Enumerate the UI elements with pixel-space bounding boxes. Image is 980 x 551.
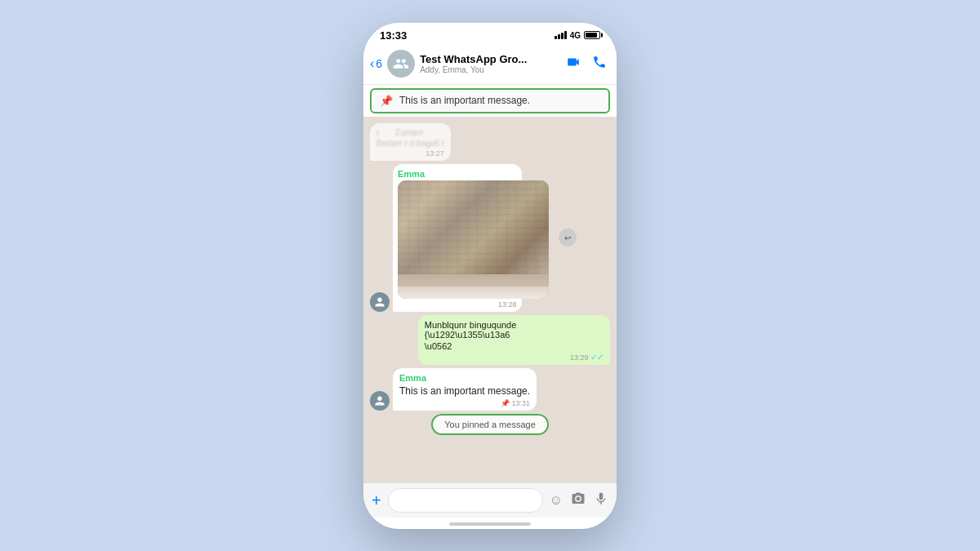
add-attachment-icon[interactable]: +	[372, 492, 381, 509]
video-call-icon[interactable]	[566, 55, 581, 73]
sender-avatar	[370, 391, 390, 411]
stone-image	[398, 180, 549, 274]
group-avatar	[387, 50, 415, 78]
message-text-blurred2: Bedam r d-bago6 t	[376, 139, 444, 148]
sticker-icon[interactable]: ☺	[550, 493, 563, 508]
sender-avatar	[370, 292, 390, 312]
chat-members: Addy, Emma, You	[420, 65, 561, 74]
system-message: You pinned a message	[431, 414, 549, 435]
list-item: Emma	[393, 164, 522, 312]
signal-bars-icon	[555, 31, 567, 39]
message-time: 13:28	[398, 300, 517, 309]
camera-icon[interactable]	[571, 491, 586, 509]
double-check-icon: ✓✓	[590, 353, 604, 362]
home-indicator	[363, 518, 617, 529]
input-action-icons: ☺	[550, 491, 608, 509]
chat-header: ‹ 6 Test WhatsApp Gro... Addy, Emma, You	[363, 45, 617, 85]
pin-icon: 📌	[380, 95, 393, 107]
pinned-message-bar[interactable]: 📌 This is an important message.	[370, 88, 610, 113]
back-button[interactable]: ‹ 6	[370, 56, 382, 71]
voice-call-icon[interactable]	[592, 55, 607, 73]
message-input[interactable]	[388, 488, 543, 513]
status-bar: 13:33 4G	[363, 23, 617, 45]
network-type: 4G	[570, 31, 581, 40]
avatar-icon	[374, 296, 385, 308]
message-time: 13:27	[376, 149, 444, 158]
status-icons: 4G	[555, 31, 600, 40]
pin-message-icon: 📌	[501, 399, 510, 407]
message-sender: Emma	[398, 169, 517, 179]
table-row: Emma This is an important message. 📌 13:…	[370, 368, 610, 411]
battery-icon	[584, 31, 600, 39]
list-item: Munblqunr binguqunde {\u1292\u1355\u13a6…	[418, 315, 610, 365]
system-message-text: You pinned a message	[444, 420, 536, 429]
list-item: Emma This is an important message. 📌 13:…	[393, 368, 537, 411]
header-actions	[566, 55, 607, 73]
chat-body: r Zumanr Bedam r d-bago6 t 13:27 Emma	[363, 117, 617, 482]
svg-rect-0	[398, 180, 549, 274]
message-image	[398, 180, 549, 299]
chat-info[interactable]: Test WhatsApp Gro... Addy, Emma, You	[420, 53, 561, 74]
message-time: 13:29 ✓✓	[425, 353, 604, 362]
stone-image-bottom	[398, 274, 549, 299]
chat-name: Test WhatsApp Gro...	[420, 53, 561, 65]
pinned-message-text: This is an important message.	[399, 95, 530, 106]
message-sender: Emma	[399, 373, 530, 383]
microphone-icon[interactable]	[594, 491, 608, 509]
input-bar: + ☺	[363, 482, 617, 518]
back-chevron-icon: ‹	[370, 56, 374, 71]
back-count: 6	[376, 57, 382, 70]
message-text-armenian: Munblqunr binguqunde {\u1292\u1355\u13a6	[425, 320, 604, 340]
message-text-armenian2: \u0562	[425, 341, 604, 351]
home-bar	[449, 522, 531, 526]
group-avatar-icon	[393, 56, 409, 72]
list-item: r Zumanr Bedam r d-bago6 t 13:27	[370, 123, 451, 161]
avatar-icon	[374, 395, 385, 407]
phone-frame: 13:33 4G ‹ 6 Test WhatsApp Gro...	[363, 23, 617, 529]
message-time: 📌 13:31	[399, 399, 530, 407]
status-time: 13:33	[380, 29, 407, 42]
forward-button[interactable]: ↩	[559, 229, 577, 247]
table-row: Emma	[370, 164, 610, 312]
message-text: This is an important message.	[399, 384, 530, 398]
image-message-wrapper: Emma	[393, 164, 554, 312]
message-text-blurred: r Zumanr	[376, 128, 444, 137]
